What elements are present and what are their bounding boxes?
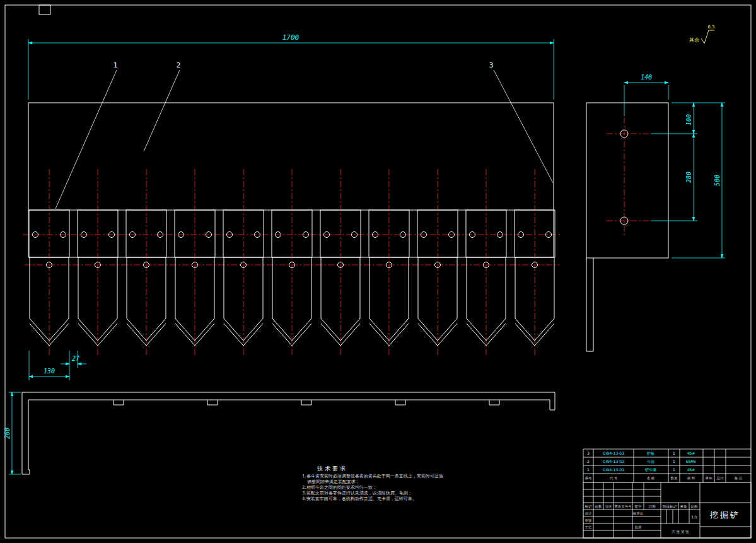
label-check: 审核 <box>585 518 593 522</box>
note-line: 2.相邻斗齿之间的间距要求均匀一致； <box>302 485 377 490</box>
drawing-svg: 1700 130 27 1 2 3 140 <box>0 0 756 543</box>
title-block: 标记 处数 分区 更改文件号 签字 日期 设计 标准化 审核 工艺 批准 阶段标… <box>583 482 751 538</box>
part-material: 45# <box>687 467 695 472</box>
main-view <box>23 103 560 357</box>
dim-total-width: 1700 <box>28 33 554 100</box>
header-remark: 备 注 <box>735 476 743 480</box>
label-change-file: 更改文件号 <box>614 505 632 508</box>
dim-text-140: 140 <box>641 74 652 81</box>
header-no: 序号 <box>585 476 593 481</box>
dim-blade-width: 130 27 <box>29 351 86 380</box>
part-no: 2 <box>587 459 590 464</box>
balloon-1: 1 <box>113 61 118 69</box>
label-scale: 比例 <box>691 505 698 509</box>
part-qty: 1 <box>673 451 675 455</box>
balloon-2: 2 <box>177 61 181 69</box>
label-date: 日期 <box>649 505 656 509</box>
label-approve: 批准 <box>635 525 643 530</box>
parts-list-header: 序号 代 号 名 称 数量 材 料 单件 总计 备 注 <box>585 476 743 481</box>
side-view <box>22 392 555 474</box>
sheet-frame <box>5 5 751 538</box>
part-qty: 1 <box>673 459 675 464</box>
label-mark: 标记 <box>584 505 593 509</box>
roughness-prefix: 其余 <box>689 37 699 43</box>
note-line: 调整间隙来满足装配要求； <box>307 479 360 484</box>
header-code: 代 号 <box>609 476 618 480</box>
dim-text-500: 500 <box>714 175 721 186</box>
dim-text-27: 27 <box>72 355 79 362</box>
dim-channel-height: 260 <box>4 392 21 474</box>
dim-text-280: 280 <box>685 172 692 183</box>
cad-drawing-sheet: 1700 130 27 1 2 3 140 <box>0 0 756 543</box>
part-name: 护板 <box>646 451 654 455</box>
note-line: 1.各斗齿安装时必须调整使各齿的齿尖处于同一条直线上，安装时可适当 <box>302 474 443 479</box>
balloon-3: 3 <box>489 61 494 69</box>
parts-list: 3 GW4-13-03 护板 1 45# 2 GW4-13-02 斗齿 1 65… <box>583 449 751 482</box>
header-unit-weight: 单件 <box>706 476 713 480</box>
roughness-icon <box>701 30 709 44</box>
revision-header-row: 标记 处数 分区 更改文件号 签字 日期 <box>584 505 656 509</box>
notes-title: 技术要求 <box>317 465 347 472</box>
part-name: 斗齿 <box>647 459 654 464</box>
detail-dimensions: 140 100 280 500 <box>624 74 725 258</box>
header-total-weight: 总计 <box>716 476 724 480</box>
note-line: 3.装配之前对各零件进行认真清洗，以清除铁屑、毛刺； <box>302 491 412 496</box>
part-material: 65Mn <box>686 459 697 464</box>
parts-list-row: 2 GW4-13-02 斗齿 1 65Mn <box>587 459 696 464</box>
part-name: 铲斗体 <box>644 467 656 472</box>
part-no: 3 <box>587 451 590 455</box>
dim-text-1700: 1700 <box>282 33 299 42</box>
balloon-leaders: 1 2 3 <box>55 61 553 209</box>
label-zone: 分区 <box>605 505 613 508</box>
part-code: GW4-13-01 <box>603 467 624 472</box>
label-process: 工艺 <box>585 525 593 529</box>
part-code: GW4-13-02 <box>603 459 624 464</box>
header-name: 名 称 <box>647 476 655 480</box>
dim-text-260: 260 <box>4 428 11 439</box>
parts-list-row: 1 GW4-13-01 铲斗体 1 45# <box>587 467 695 472</box>
part-code: GW4-13-03 <box>603 451 624 455</box>
part-no: 1 <box>587 467 590 472</box>
dim-text-100: 100 <box>685 114 692 126</box>
label-count: 处数 <box>595 505 603 509</box>
surface-roughness-mark: 其余 6.3 <box>689 25 715 44</box>
label-sheet-count: 共 张 第 张 <box>671 530 689 534</box>
label-design: 设计 <box>585 511 593 515</box>
technical-notes: 技术要求 1.各斗齿安装时必须调整使各齿的齿尖处于同一条直线上，安装时可适当 调… <box>302 465 443 501</box>
label-weight: 重量 <box>680 505 688 508</box>
part-material: 45# <box>687 451 695 455</box>
note-line: 4.安装要牢固可靠，各机构动作灵活、无卡滞，运转可靠。 <box>302 496 417 501</box>
part-qty: 1 <box>673 467 675 472</box>
label-signature: 签字 <box>635 505 643 509</box>
drawing-title: 挖掘铲 <box>710 510 740 520</box>
dim-text-130: 130 <box>44 368 55 375</box>
label-standardization: 标准化 <box>632 511 644 516</box>
detail-view <box>586 103 668 351</box>
parts-list-row: 3 GW4-13-03 护板 1 45# <box>587 451 695 455</box>
label-stage-mark: 阶段标记 <box>663 505 677 509</box>
header-material: 材 料 <box>687 476 695 481</box>
header-qty: 数量 <box>671 476 678 480</box>
scale-value: 1:1 <box>691 515 697 519</box>
roughness-value: 6.3 <box>707 25 714 30</box>
